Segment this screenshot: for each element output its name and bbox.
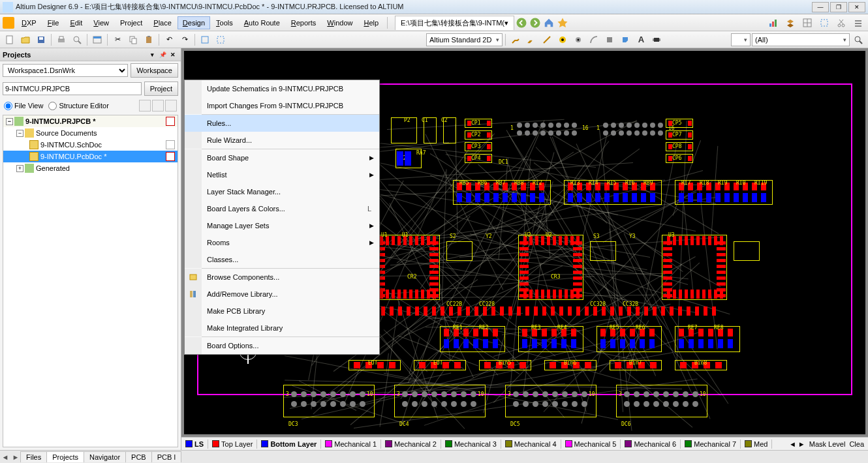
menu-autoroute[interactable]: Auto Route xyxy=(239,16,285,29)
structure-radio[interactable]: Structure Editor xyxy=(48,102,108,110)
cut-icon[interactable] xyxy=(834,16,848,30)
comp-icon[interactable] xyxy=(649,33,664,47)
search-icon[interactable] xyxy=(851,33,865,47)
bottom-tab-pcb[interactable]: PCB xyxy=(125,451,152,462)
minimize-button[interactable]: — xyxy=(812,2,829,12)
panel-pin-icon[interactable]: 📌 xyxy=(157,50,168,59)
layer-tab-med[interactable]: Med xyxy=(741,440,772,449)
new-button[interactable] xyxy=(3,33,17,47)
filter-dropdown[interactable] xyxy=(731,33,751,46)
layer-tab-mechanical-1[interactable]: Mechanical 1 xyxy=(321,440,381,449)
menu-item-import-changes-from-intmcu-prjpcb[interactable]: Import Changes From 9-INTMCU.PRJPCB xyxy=(185,97,379,114)
panel-menu-icon[interactable]: ▾ xyxy=(147,50,157,59)
menu-item-board-layers-colors-[interactable]: Board Layers & Colors...L xyxy=(185,200,379,217)
nav-fav-icon[interactable] xyxy=(556,17,569,29)
maximize-button[interactable]: ❐ xyxy=(830,2,847,12)
menu-item-make-integrated-library[interactable]: Make Integrated Library xyxy=(185,320,379,336)
grid-icon[interactable] xyxy=(800,16,814,30)
bottom-tab-projects[interactable]: Projects xyxy=(46,451,84,462)
menu-item-rooms[interactable]: Rooms▶ xyxy=(185,234,379,251)
close-button[interactable]: ✕ xyxy=(848,2,865,12)
tabs-scroll-right[interactable]: ► xyxy=(10,453,21,461)
clip-icon[interactable] xyxy=(817,16,831,30)
layer-tab-mechanical-3[interactable]: Mechanical 3 xyxy=(441,440,501,449)
layer-tab-bottom-layer[interactable]: Bottom Layer xyxy=(257,440,321,449)
layer-tab-mechanical-7[interactable]: Mechanical 7 xyxy=(681,440,741,449)
menu-item-board-shape[interactable]: Board Shape▶ xyxy=(185,149,379,166)
nav-home-icon[interactable] xyxy=(542,17,555,29)
redo-button[interactable]: ↷ xyxy=(178,33,192,47)
menu-design[interactable]: Design xyxy=(178,16,210,29)
layer-tab-top-layer[interactable]: Top Layer xyxy=(208,440,257,449)
string-icon[interactable]: A xyxy=(634,33,648,47)
document-tab[interactable]: E:\项目七集\转接板合集\9-INTM(▾ xyxy=(395,16,514,30)
project-button[interactable]: Project xyxy=(144,82,178,96)
tabs-scroll-left[interactable]: ◄ xyxy=(0,453,10,461)
menu-tools[interactable]: Tools xyxy=(211,16,238,29)
menu-item-rules-[interactable]: Rules... xyxy=(185,115,379,132)
pad-icon[interactable] xyxy=(555,33,570,47)
bottom-tab-files[interactable]: Files xyxy=(20,451,47,462)
filter-all-select[interactable]: (All) xyxy=(752,33,850,46)
menu-item-manage-layer-sets[interactable]: Manage Layer Sets▶ xyxy=(185,217,379,234)
menu-reports[interactable]: Reports xyxy=(286,16,322,29)
panel-opt2-icon[interactable] xyxy=(152,100,164,112)
fileview-radio[interactable]: File View xyxy=(4,102,43,110)
layers-icon[interactable] xyxy=(783,16,798,30)
tree-pcbdoc[interactable]: 9-INTMCU.PcbDoc * xyxy=(3,151,178,162)
menu-item-add-remove-library-[interactable]: Add/Remove Library... xyxy=(185,286,379,303)
open-button[interactable] xyxy=(18,33,33,47)
tree-source-docs[interactable]: −Source Documents xyxy=(3,127,178,139)
workspace-select[interactable]: Workspace1.DsnWrk xyxy=(3,64,128,77)
tree-project-root[interactable]: −9-INTMCU.PRJPCB * xyxy=(3,115,178,127)
layer-tab-ls[interactable]: LS xyxy=(181,440,208,449)
panel-opt1-icon[interactable] xyxy=(139,100,151,112)
via-icon[interactable] xyxy=(571,33,585,47)
menu-item-browse-components-[interactable]: Browse Components... xyxy=(185,269,379,286)
menu-file[interactable]: File xyxy=(42,16,65,29)
route2-icon[interactable] xyxy=(524,33,538,47)
menu-item-board-options-[interactable]: Board Options... xyxy=(185,337,379,354)
menu-view[interactable]: View xyxy=(88,16,114,29)
project-tree[interactable]: −9-INTMCU.PRJPCB * −Source Documents 9-I… xyxy=(3,115,178,447)
fill-icon[interactable] xyxy=(602,33,617,47)
nav-back-button[interactable] xyxy=(515,17,528,29)
save-button[interactable] xyxy=(34,33,48,47)
menu-item-classes-[interactable]: Classes... xyxy=(185,251,379,268)
workspace-button[interactable]: Workspace xyxy=(131,63,178,78)
tabs-nav-icon[interactable]: ◄ ► xyxy=(789,440,805,448)
zoom-fit-button[interactable] xyxy=(198,33,212,47)
menu-project[interactable]: Project xyxy=(115,16,147,29)
layer-tab-mechanical-5[interactable]: Mechanical 5 xyxy=(561,440,621,449)
dxp-logo-icon[interactable] xyxy=(3,17,14,29)
menu-item-netlist[interactable]: Netlist▶ xyxy=(185,166,379,183)
menu-help[interactable]: Help xyxy=(358,16,384,29)
layer-tab-mechanical-6[interactable]: Mechanical 6 xyxy=(621,440,681,449)
print-button[interactable] xyxy=(54,33,69,47)
chart-icon[interactable] xyxy=(766,16,781,30)
view-mode-select[interactable]: Altium Standard 2D xyxy=(426,33,503,46)
mask-level-link[interactable]: Mask Level xyxy=(809,440,846,448)
menu-item-rule-wizard-[interactable]: Rule Wizard... xyxy=(185,132,379,149)
zoom-sel-button[interactable] xyxy=(213,33,228,47)
bottom-tab-navigator[interactable]: Navigator xyxy=(84,451,126,462)
panel-opt3-icon[interactable] xyxy=(165,100,177,112)
bottom-tab-pcb i[interactable]: PCB I xyxy=(151,451,182,462)
arc-icon[interactable] xyxy=(587,33,601,47)
menu-item-update-schematics-in-intmcu-prjpcb[interactable]: Update Schematics in 9-INTMCU.PRJPCB xyxy=(185,80,379,97)
tree-schdoc[interactable]: 9-INTMCU.SchDoc xyxy=(3,139,178,151)
poly-icon[interactable] xyxy=(618,33,632,47)
options-icon[interactable] xyxy=(851,16,865,30)
layer-tab-mechanical-2[interactable]: Mechanical 2 xyxy=(381,440,441,449)
route3-icon[interactable] xyxy=(540,33,554,47)
menu-item-layer-stack-manager-[interactable]: Layer Stack Manager... xyxy=(185,183,379,200)
clear-link[interactable]: Clea xyxy=(849,440,864,448)
cut-button[interactable]: ✂ xyxy=(110,33,125,47)
nav-fwd-button[interactable] xyxy=(529,17,542,29)
tree-generated[interactable]: +Generated xyxy=(3,162,178,174)
paste-button[interactable] xyxy=(142,33,156,47)
menu-window[interactable]: Window xyxy=(322,16,358,29)
menu-edit[interactable]: Edit xyxy=(65,16,87,29)
menu-place[interactable]: Place xyxy=(148,16,177,29)
layer-tab-mechanical-4[interactable]: Mechanical 4 xyxy=(501,440,561,449)
